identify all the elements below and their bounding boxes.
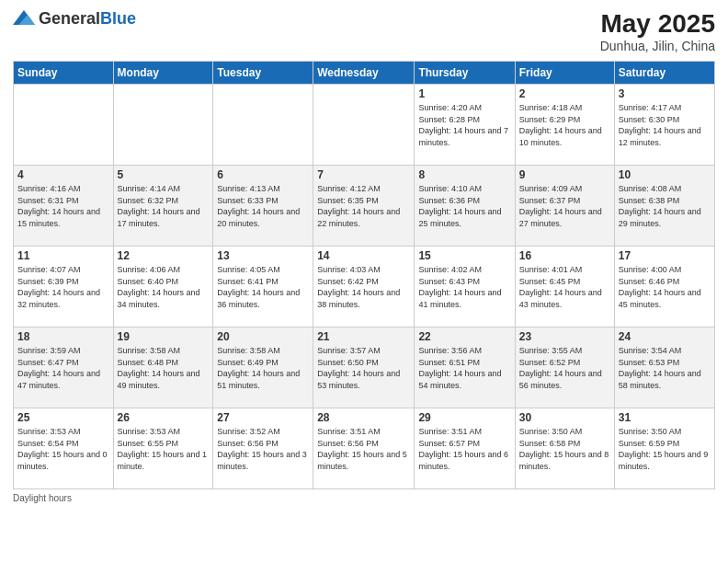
day-cell: [14, 85, 114, 166]
day-number: 6: [217, 168, 309, 181]
day-number: 16: [519, 249, 610, 262]
day-cell: 18Sunrise: 3:59 AM Sunset: 6:47 PM Dayli…: [14, 327, 114, 408]
day-number: 13: [217, 249, 309, 262]
location: Dunhua, Jilin, China: [600, 39, 715, 53]
day-info: Sunrise: 3:56 AM Sunset: 6:51 PM Dayligh…: [418, 345, 510, 391]
day-number: 26: [118, 411, 210, 424]
day-cell: 5Sunrise: 4:14 AM Sunset: 6:32 PM Daylig…: [113, 166, 213, 247]
col-wednesday: Wednesday: [313, 62, 415, 85]
day-info: Sunrise: 4:05 AM Sunset: 6:41 PM Dayligh…: [217, 264, 309, 310]
day-cell: 8Sunrise: 4:10 AM Sunset: 6:36 PM Daylig…: [415, 166, 515, 247]
col-friday: Friday: [515, 62, 614, 85]
day-number: 4: [17, 168, 109, 181]
logo-icon: [13, 10, 35, 29]
day-number: 10: [619, 168, 711, 181]
day-cell: 16Sunrise: 4:01 AM Sunset: 6:45 PM Dayli…: [515, 247, 614, 327]
day-number: 14: [317, 249, 410, 262]
day-number: 30: [519, 411, 610, 424]
header-row: Sunday Monday Tuesday Wednesday Thursday…: [14, 62, 715, 85]
day-info: Sunrise: 4:06 AM Sunset: 6:40 PM Dayligh…: [118, 264, 210, 310]
day-info: Sunrise: 4:17 AM Sunset: 6:30 PM Dayligh…: [619, 102, 711, 148]
day-info: Sunrise: 4:07 AM Sunset: 6:39 PM Dayligh…: [17, 264, 109, 310]
day-info: Sunrise: 4:14 AM Sunset: 6:32 PM Dayligh…: [118, 183, 210, 229]
col-tuesday: Tuesday: [213, 62, 313, 85]
day-info: Sunrise: 4:13 AM Sunset: 6:33 PM Dayligh…: [217, 183, 309, 229]
day-cell: 7Sunrise: 4:12 AM Sunset: 6:35 PM Daylig…: [313, 166, 415, 247]
day-info: Sunrise: 4:09 AM Sunset: 6:37 PM Dayligh…: [519, 183, 610, 229]
day-cell: 22Sunrise: 3:56 AM Sunset: 6:51 PM Dayli…: [415, 327, 515, 408]
day-number: 21: [317, 330, 410, 343]
day-info: Sunrise: 3:53 AM Sunset: 6:55 PM Dayligh…: [118, 426, 210, 472]
day-cell: 4Sunrise: 4:16 AM Sunset: 6:31 PM Daylig…: [14, 166, 114, 247]
month-year: May 2025: [600, 9, 715, 39]
day-cell: 12Sunrise: 4:06 AM Sunset: 6:40 PM Dayli…: [113, 247, 213, 327]
day-info: Sunrise: 4:18 AM Sunset: 6:29 PM Dayligh…: [519, 102, 610, 148]
day-cell: 28Sunrise: 3:51 AM Sunset: 6:56 PM Dayli…: [313, 408, 415, 489]
day-cell: 9Sunrise: 4:09 AM Sunset: 6:37 PM Daylig…: [515, 166, 614, 247]
day-info: Sunrise: 4:00 AM Sunset: 6:46 PM Dayligh…: [619, 264, 711, 310]
week-row-0: 1Sunrise: 4:20 AM Sunset: 6:28 PM Daylig…: [14, 85, 715, 166]
day-number: 19: [118, 330, 210, 343]
day-number: 7: [317, 168, 410, 181]
day-info: Sunrise: 4:03 AM Sunset: 6:42 PM Dayligh…: [317, 264, 410, 310]
day-info: Sunrise: 4:08 AM Sunset: 6:38 PM Dayligh…: [619, 183, 711, 229]
day-cell: 19Sunrise: 3:58 AM Sunset: 6:48 PM Dayli…: [113, 327, 213, 408]
day-info: Sunrise: 3:51 AM Sunset: 6:57 PM Dayligh…: [418, 426, 510, 472]
day-cell: 31Sunrise: 3:50 AM Sunset: 6:59 PM Dayli…: [614, 408, 714, 489]
day-info: Sunrise: 4:12 AM Sunset: 6:35 PM Dayligh…: [317, 183, 410, 229]
logo-general: General: [39, 9, 100, 28]
day-cell: 23Sunrise: 3:55 AM Sunset: 6:52 PM Dayli…: [515, 327, 614, 408]
day-number: 3: [619, 87, 711, 100]
day-number: 27: [217, 411, 309, 424]
col-monday: Monday: [113, 62, 213, 85]
day-cell: 21Sunrise: 3:57 AM Sunset: 6:50 PM Dayli…: [313, 327, 415, 408]
day-cell: 15Sunrise: 4:02 AM Sunset: 6:43 PM Dayli…: [415, 247, 515, 327]
day-number: 24: [619, 330, 711, 343]
col-thursday: Thursday: [415, 62, 515, 85]
day-number: 1: [418, 87, 510, 100]
day-cell: 3Sunrise: 4:17 AM Sunset: 6:30 PM Daylig…: [614, 85, 714, 166]
footer-note: Daylight hours: [13, 493, 715, 503]
day-cell: 13Sunrise: 4:05 AM Sunset: 6:41 PM Dayli…: [213, 247, 313, 327]
day-cell: 11Sunrise: 4:07 AM Sunset: 6:39 PM Dayli…: [14, 247, 114, 327]
day-info: Sunrise: 4:01 AM Sunset: 6:45 PM Dayligh…: [519, 264, 610, 310]
logo: GeneralBlue: [13, 9, 136, 29]
day-number: 15: [418, 249, 510, 262]
day-number: 18: [17, 330, 109, 343]
day-cell: 6Sunrise: 4:13 AM Sunset: 6:33 PM Daylig…: [213, 166, 313, 247]
day-info: Sunrise: 3:58 AM Sunset: 6:48 PM Dayligh…: [118, 345, 210, 391]
header: GeneralBlue May 2025 Dunhua, Jilin, Chin…: [13, 9, 715, 53]
week-row-1: 4Sunrise: 4:16 AM Sunset: 6:31 PM Daylig…: [14, 166, 715, 247]
day-cell: 24Sunrise: 3:54 AM Sunset: 6:53 PM Dayli…: [614, 327, 714, 408]
day-number: 5: [118, 168, 210, 181]
day-number: 2: [519, 87, 610, 100]
day-cell: [113, 85, 213, 166]
day-cell: 27Sunrise: 3:52 AM Sunset: 6:56 PM Dayli…: [213, 408, 313, 489]
logo-blue: Blue: [100, 9, 136, 28]
day-info: Sunrise: 3:53 AM Sunset: 6:54 PM Dayligh…: [17, 426, 109, 472]
day-info: Sunrise: 3:52 AM Sunset: 6:56 PM Dayligh…: [217, 426, 309, 472]
day-info: Sunrise: 3:50 AM Sunset: 6:58 PM Dayligh…: [519, 426, 610, 472]
day-cell: 14Sunrise: 4:03 AM Sunset: 6:42 PM Dayli…: [313, 247, 415, 327]
day-info: Sunrise: 3:57 AM Sunset: 6:50 PM Dayligh…: [317, 345, 410, 391]
day-number: 17: [619, 249, 711, 262]
day-number: 29: [418, 411, 510, 424]
day-info: Sunrise: 4:16 AM Sunset: 6:31 PM Dayligh…: [17, 183, 109, 229]
day-cell: 30Sunrise: 3:50 AM Sunset: 6:58 PM Dayli…: [515, 408, 614, 489]
day-cell: 25Sunrise: 3:53 AM Sunset: 6:54 PM Dayli…: [14, 408, 114, 489]
title-block: May 2025 Dunhua, Jilin, China: [600, 9, 715, 53]
day-info: Sunrise: 3:59 AM Sunset: 6:47 PM Dayligh…: [17, 345, 109, 391]
day-cell: 1Sunrise: 4:20 AM Sunset: 6:28 PM Daylig…: [415, 85, 515, 166]
day-number: 8: [418, 168, 510, 181]
day-cell: 17Sunrise: 4:00 AM Sunset: 6:46 PM Dayli…: [614, 247, 714, 327]
day-number: 25: [17, 411, 109, 424]
day-number: 22: [418, 330, 510, 343]
day-cell: 2Sunrise: 4:18 AM Sunset: 6:29 PM Daylig…: [515, 85, 614, 166]
day-number: 9: [519, 168, 610, 181]
day-number: 28: [317, 411, 410, 424]
day-info: Sunrise: 3:55 AM Sunset: 6:52 PM Dayligh…: [519, 345, 610, 391]
day-info: Sunrise: 3:50 AM Sunset: 6:59 PM Dayligh…: [619, 426, 711, 472]
day-cell: 29Sunrise: 3:51 AM Sunset: 6:57 PM Dayli…: [415, 408, 515, 489]
day-info: Sunrise: 3:54 AM Sunset: 6:53 PM Dayligh…: [619, 345, 711, 391]
day-cell: 10Sunrise: 4:08 AM Sunset: 6:38 PM Dayli…: [614, 166, 714, 247]
